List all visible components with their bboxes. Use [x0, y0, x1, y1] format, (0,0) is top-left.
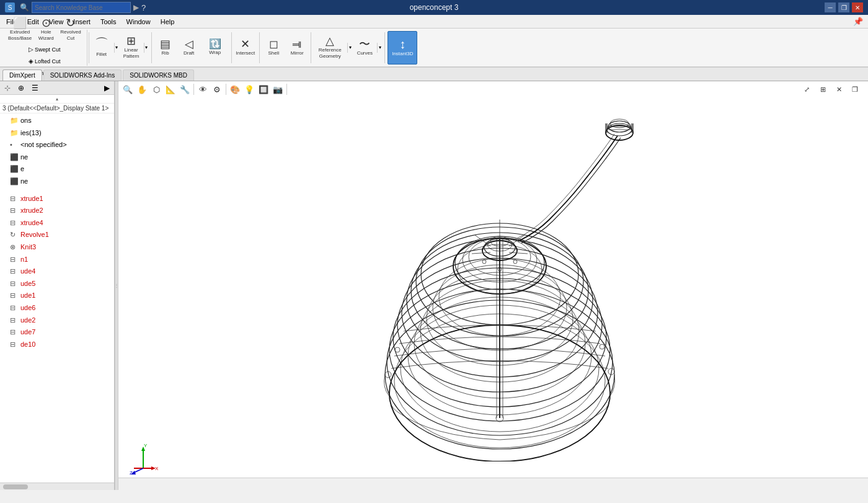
view-toolbar: 🔍 ✋ ⬡ 📐 🔧 👁 ⚙ 🎨 💡 🔲 📷 ⤢ ⊞ ✕ ❐: [118, 81, 868, 97]
instant3d-button[interactable]: ↕ Instant3D: [388, 31, 417, 65]
swept-cut-button[interactable]: ▷ Swept Cut: [25, 44, 64, 55]
tree-item-de10[interactable]: ⊟ de10: [0, 339, 114, 351]
svg-text:Y: Y: [144, 443, 148, 448]
appearance-icon[interactable]: 🎨: [228, 82, 242, 96]
search-bar[interactable]: 🔍 ▶ ?: [20, 2, 146, 13]
status-bar: [118, 478, 868, 490]
fillet-dropdown[interactable]: ▾: [114, 43, 119, 53]
hole-wizard-button[interactable]: ⊙ HoleWizard: [35, 17, 57, 43]
view-orientation-icon[interactable]: ⬡: [149, 82, 163, 96]
camera-icon[interactable]: 📷: [271, 82, 285, 96]
property-manager-icon[interactable]: ⊕: [15, 82, 27, 94]
tree-item-xtrude2[interactable]: ⊟ xtrude2: [0, 205, 114, 217]
config-manager-icon[interactable]: ☰: [29, 82, 41, 94]
restore-button[interactable]: ❐: [838, 2, 849, 12]
lofted-cut-button[interactable]: ◈ Lofted Cut: [25, 56, 64, 67]
smart-dimension-icon[interactable]: 🔍: [121, 82, 135, 96]
model-svg: .wire { fill: none; stroke: #222; stroke…: [308, 114, 680, 461]
draft-icon: ◁: [185, 38, 193, 50]
tree-item-ude2[interactable]: ⊟ ude2: [0, 314, 114, 327]
ref-geometry-icon: △: [326, 35, 334, 47]
curves-dropdown[interactable]: ▾: [377, 43, 382, 53]
tree-item-ude1[interactable]: ⊟ ude1: [0, 290, 114, 302]
tree-item-ons[interactable]: 📁 ons: [0, 115, 114, 127]
tree-item-xtrude1[interactable]: ⊟ xtrude1: [0, 193, 114, 205]
swept-cut-icon: ▷: [29, 46, 33, 53]
toolbar-separator-2: [226, 84, 226, 95]
tree-item-knit3[interactable]: ⊗ Knit3: [0, 241, 114, 254]
menu-item-window[interactable]: Window: [122, 17, 156, 27]
mirror-button[interactable]: ⫥ Mirror: [286, 31, 308, 65]
linear-pattern-dropdown[interactable]: ▾: [144, 43, 149, 53]
ref-geometry-dropdown[interactable]: ▾: [347, 43, 352, 53]
title-bar: S 🔍 ▶ ? openconcept 3 ─ ❐ ✕: [0, 0, 868, 15]
rib-button[interactable]: ▤ Rib: [154, 31, 177, 65]
menu-item-help[interactable]: Help: [156, 17, 180, 27]
intersect-button[interactable]: ✕ Intersect: [234, 31, 257, 65]
tab-dimxpert[interactable]: DimXpert: [2, 69, 42, 81]
instant3d-icon: ↕: [399, 38, 405, 50]
tree-item-icon-3: •: [10, 140, 19, 151]
tree-item-not-specified[interactable]: • <not specified>: [0, 139, 114, 151]
tree-item-ude5[interactable]: ⊟ ude5: [0, 278, 114, 290]
window-controls: ─ ❐ ✕: [825, 2, 863, 12]
tree-item-ude6[interactable]: ⊟ ude6: [0, 302, 114, 314]
search-icon: 🔍: [20, 3, 29, 12]
knowledge-base-search[interactable]: [32, 2, 131, 13]
tree-item-revolve1[interactable]: ↻ Revolve1: [0, 229, 114, 241]
svg-point-48: [513, 260, 517, 264]
tree-item-ude7[interactable]: ⊟ ude7: [0, 326, 114, 339]
view-box-icon[interactable]: 🔲: [257, 82, 270, 96]
3d-viewport[interactable]: 🔍 ✋ ⬡ 📐 🔧 👁 ⚙ 🎨 💡 🔲 📷 ⤢ ⊞ ✕ ❐: [118, 81, 868, 490]
model-canvas[interactable]: .wire { fill: none; stroke: #222; stroke…: [118, 97, 868, 478]
pin-icon[interactable]: 📌: [852, 16, 864, 28]
tab-solidworks-addins[interactable]: SOLIDWORKS Add-Ins: [43, 69, 122, 81]
tree-item-ude4[interactable]: ⊟ ude4: [0, 265, 114, 278]
view-close-icon[interactable]: ✕: [832, 82, 846, 96]
tree-item-icon-5: ⬛: [10, 164, 19, 175]
view-tools-icon[interactable]: 🔧: [178, 82, 192, 96]
ref-geometry-button[interactable]: △ ReferenceGeometry: [314, 31, 346, 65]
command-manager-tabs: DimXpert SOLIDWORKS Add-Ins SOLIDWORKS M…: [0, 68, 868, 81]
tree-item-icon-4: ⬛: [10, 152, 19, 163]
wrap-button[interactable]: 🔃 Wrap: [202, 31, 229, 65]
fillet-button[interactable]: ⌒ Fillet: [91, 31, 113, 65]
tree-item-e[interactable]: ⬛ e: [0, 163, 114, 176]
svg-point-43: [395, 347, 400, 352]
lighting-icon[interactable]: 💡: [242, 82, 256, 96]
draft-button[interactable]: ◁ Draft: [178, 31, 200, 65]
linear-pattern-button[interactable]: ⊞ LinearPattern: [120, 31, 143, 65]
view-tile-icon[interactable]: ⊞: [816, 82, 830, 96]
revolve1-icon: ↻: [10, 229, 19, 241]
view-settings-icon[interactable]: ⚙: [210, 82, 224, 96]
panel-scrollbar-thumb[interactable]: [3, 484, 28, 489]
toolbar-separator-3: [286, 84, 287, 95]
tab-solidworks-mbd[interactable]: SOLIDWORKS MBD: [123, 69, 194, 81]
select-icon[interactable]: ✋: [135, 82, 149, 96]
close-button[interactable]: ✕: [852, 2, 863, 12]
panel-expand-icon[interactable]: ▶: [100, 82, 113, 94]
curves-button[interactable]: 〜 Curves: [353, 31, 376, 65]
tree-item-ies[interactable]: 📁 ies(13): [0, 127, 114, 140]
minimize-button[interactable]: ─: [825, 2, 836, 12]
view-maximize-icon[interactable]: ⤢: [800, 82, 813, 96]
tree-item-n1[interactable]: ⊟ n1: [0, 254, 114, 266]
view-sketch-icon[interactable]: 📐: [164, 82, 177, 96]
display-style-icon[interactable]: 👁: [196, 82, 210, 96]
tree-item-ne2[interactable]: ⬛ ne: [0, 176, 114, 188]
search-submit-icon[interactable]: ▶: [133, 3, 139, 12]
tree-folder-icon-2: 📁: [10, 128, 19, 139]
menu-item-tools[interactable]: Tools: [95, 17, 122, 27]
feature-manager-icon[interactable]: ⊹: [1, 82, 14, 94]
help-icon[interactable]: ?: [141, 3, 146, 12]
collapse-panel-icon[interactable]: ▴: [56, 96, 58, 102]
shell-button[interactable]: ◻ Shell: [262, 31, 285, 65]
ude1-icon: ⊟: [10, 290, 19, 301]
tree-item-ne1[interactable]: ⬛ ne: [0, 151, 114, 164]
tree-item-xtrude4[interactable]: ⊟ xtrude4: [0, 217, 114, 229]
knit3-icon: ⊗: [10, 242, 19, 253]
extruded-boss-button[interactable]: ⬜ ExtrudedBoss/Base: [6, 17, 33, 43]
revolved-boss-button[interactable]: ↻ RevolvedCut: [58, 17, 82, 43]
panel-horizontal-scrollbar[interactable]: [0, 483, 114, 490]
view-restore-icon[interactable]: ❐: [848, 82, 862, 96]
